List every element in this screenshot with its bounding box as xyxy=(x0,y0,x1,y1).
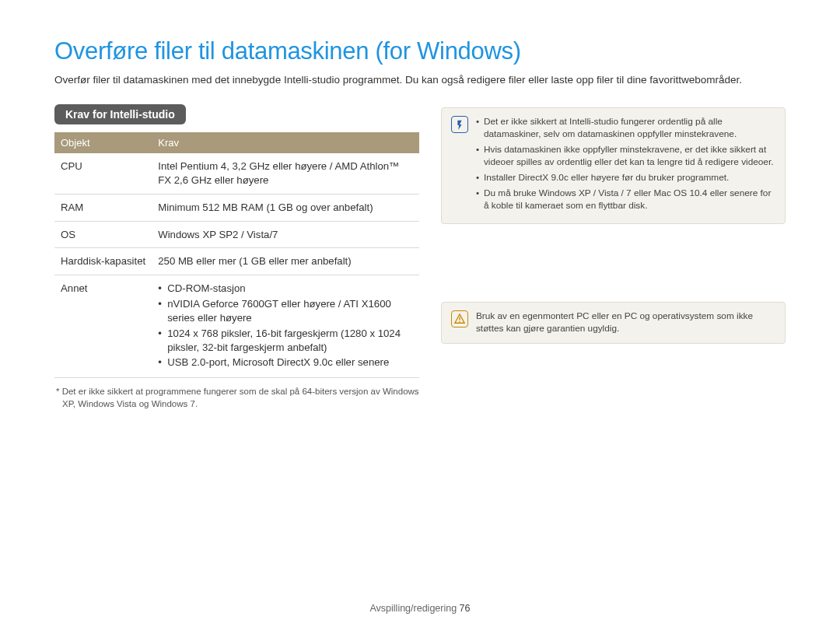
table-row: Annet CD-ROM-stasjon nVIDIA Geforce 7600… xyxy=(54,275,419,378)
cell-other-value: CD-ROM-stasjon nVIDIA Geforce 7600GT ell… xyxy=(152,275,419,378)
table-row: CPU Intel Pentium 4, 3,2 GHz eller høyer… xyxy=(54,153,419,194)
list-item: Du må bruke Windows XP / Vista / 7 eller… xyxy=(476,187,775,212)
cell-os-value: Windows XP SP2 / Vista/7 xyxy=(152,221,419,248)
footnote: * Det er ikke sikkert at programmene fun… xyxy=(54,386,419,410)
other-list: CD-ROM-stasjon nVIDIA Geforce 7600GT ell… xyxy=(158,282,413,370)
footer-page-number: 76 xyxy=(460,603,471,614)
page-footer: Avspilling/redigering 76 xyxy=(0,603,840,614)
table-row: RAM Minimum 512 MB RAM (1 GB og over anb… xyxy=(54,194,419,221)
list-item: nVIDIA Geforce 7600GT eller høyere / ATI… xyxy=(158,297,413,325)
table-header-objekt: Objekt xyxy=(54,132,152,153)
cell-os-label: OS xyxy=(54,221,152,248)
left-column: Krav for Intelli-studio Objekt Krav CPU … xyxy=(54,104,419,410)
table-row: Harddisk-kapasitet 250 MB eller mer (1 G… xyxy=(54,248,419,275)
intro-paragraph: Overfør filer til datamaskinen med det i… xyxy=(54,73,786,87)
list-item: Hvis datamaskinen ikke oppfyller minstek… xyxy=(476,144,775,169)
page-title: Overføre filer til datamaskinen (for Win… xyxy=(54,37,786,65)
info-note-list: Det er ikke sikkert at Intelli-studio fu… xyxy=(476,116,775,215)
right-column: Det er ikke sikkert at Intelli-studio fu… xyxy=(441,104,786,410)
list-item: 1024 x 768 piksler, 16-bit fargeskjerm (… xyxy=(158,327,413,355)
list-item: USB 2.0-port, Microsoft DirectX 9.0c ell… xyxy=(158,356,413,370)
cell-hdd-value: 250 MB eller mer (1 GB eller mer anbefal… xyxy=(152,248,419,275)
info-icon xyxy=(451,116,468,133)
cell-cpu-label: CPU xyxy=(54,153,152,194)
caution-icon xyxy=(451,310,468,328)
table-header-row: Objekt Krav xyxy=(54,132,419,153)
svg-point-1 xyxy=(459,321,460,322)
cell-ram-value: Minimum 512 MB RAM (1 GB og over anbefal… xyxy=(152,194,419,221)
info-note-box: Det er ikke sikkert at Intelli-studio fu… xyxy=(441,107,786,223)
list-item: Det er ikke sikkert at Intelli-studio fu… xyxy=(476,116,775,141)
caution-text: Bruk av en egenmontert PC eller en PC og… xyxy=(476,310,775,335)
document-page: Overføre filer til datamaskinen (for Win… xyxy=(0,0,840,634)
cell-hdd-label: Harddisk-kapasitet xyxy=(54,248,152,275)
table-row: OS Windows XP SP2 / Vista/7 xyxy=(54,221,419,248)
table-header-krav: Krav xyxy=(152,132,419,153)
cell-other-label: Annet xyxy=(54,275,152,378)
requirements-table: Objekt Krav CPU Intel Pentium 4, 3,2 GHz… xyxy=(54,132,419,378)
caution-note-box: Bruk av en egenmontert PC eller en PC og… xyxy=(441,302,786,344)
footer-section: Avspilling/redigering xyxy=(369,603,457,614)
list-item: CD-ROM-stasjon xyxy=(158,282,413,296)
cell-ram-label: RAM xyxy=(54,194,152,221)
list-item: Installer DirectX 9.0c eller høyere før … xyxy=(476,172,775,184)
cell-cpu-value: Intel Pentium 4, 3,2 GHz eller høyere / … xyxy=(152,153,419,194)
section-badge: Krav for Intelli-studio xyxy=(54,104,186,124)
content-columns: Krav for Intelli-studio Objekt Krav CPU … xyxy=(54,104,786,410)
